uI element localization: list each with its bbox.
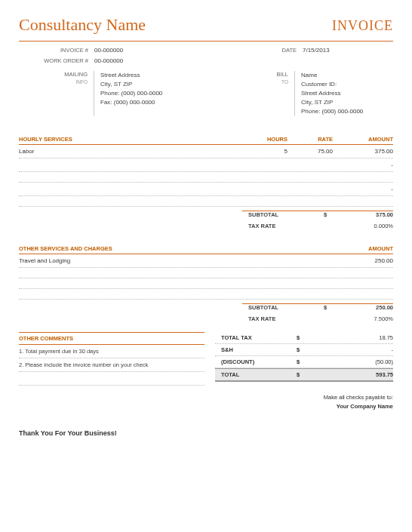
hourly-header-desc: HOURLY SERVICES <box>19 136 242 143</box>
billto-line-2: Customer ID: <box>301 80 393 89</box>
mailing-sublabel: INFO <box>75 79 88 85</box>
tax-val: 18.75 <box>306 334 393 341</box>
totals-column: TOTAL TAX $ 18.75 S&H $ - (DISCOUNT) $ (… <box>215 332 393 386</box>
other-row-4 <box>19 289 393 300</box>
hourly-header-rate: RATE <box>287 136 333 143</box>
cell-desc <box>19 199 242 203</box>
sh-label: S&H <box>215 346 291 353</box>
cell-hours <box>242 199 287 203</box>
cell-desc <box>19 292 333 296</box>
sh-val: - <box>306 346 393 353</box>
date-label: DATE <box>272 46 303 54</box>
discount-cur: $ <box>291 358 306 365</box>
totals-sh-row: S&H $ - <box>215 344 393 356</box>
totals-tax-row: TOTAL TAX $ 18.75 <box>215 332 393 344</box>
cell-rate <box>287 161 333 168</box>
meta-invoice-row: INVOICE # 00-000000 DATE 7/15/2013 <box>19 46 393 54</box>
cell-desc <box>19 281 333 285</box>
mailing-line-4: Fax: (000) 000-0000 <box>100 98 265 107</box>
cell-hours <box>242 186 287 192</box>
cell-desc <box>19 175 242 179</box>
empty <box>272 57 303 65</box>
cell-hours <box>242 175 287 179</box>
discount-label: (DISCOUNT) <box>215 358 291 365</box>
billto-label-text: BILL <box>277 71 288 78</box>
cell-amount: 250.00 <box>333 257 393 264</box>
cell-desc: Labor <box>19 148 242 155</box>
thank-you: Thank You For Your Business! <box>19 429 393 437</box>
hourly-subtotal-cur: $ <box>318 211 333 218</box>
invoice-no-label: INVOICE # <box>19 46 94 54</box>
cell-amount <box>333 271 393 275</box>
hourly-taxrate-label: TAX RATE <box>242 223 318 229</box>
hourly-section-header: HOURLY SERVICES HOURS RATE AMOUNT <box>19 133 393 145</box>
discount-val: (50.00) <box>306 358 393 365</box>
other-subtotal-block: SUBTOTAL $ 250.00 TAX RATE 7.500% <box>19 301 393 324</box>
billto-line-1: Name <box>301 71 393 80</box>
date-value: 7/15/2013 <box>303 46 393 54</box>
other-row-3 <box>19 278 393 289</box>
cell-rate <box>287 186 333 192</box>
cell-amount <box>333 199 393 203</box>
totals-final-row: TOTAL $ 593.75 <box>215 368 393 382</box>
payable-line-2: Your Company Name <box>19 402 393 411</box>
cell-amount: - <box>333 161 393 168</box>
meta-workorder-row: WORK ORDER # 00-000000 <box>19 57 393 65</box>
cell-amount <box>333 292 393 296</box>
header-rule <box>19 41 393 42</box>
empty <box>303 57 393 65</box>
cell-amount <box>333 175 393 179</box>
cell-rate <box>287 175 333 179</box>
header: Consultancy Name INVOICE <box>19 15 393 35</box>
bottom-columns: OTHER COMMENTS 1. Total payment due in 3… <box>19 332 393 386</box>
other-taxrate-label: TAX RATE <box>242 315 318 322</box>
mailing-line-2: City, ST ZIP <box>100 80 265 89</box>
mailing-label: MAILING INFO <box>19 71 94 116</box>
hourly-header-amount: AMOUNT <box>333 136 393 143</box>
cell-desc: Travel and Lodging <box>19 257 333 264</box>
mailing-body: Street Address City, ST ZIP Phone: (000)… <box>94 71 265 116</box>
totals-discount-row: (DISCOUNT) $ (50.00) <box>215 356 393 368</box>
tax-label: TOTAL TAX <box>215 334 291 341</box>
company-name: Consultancy Name <box>19 15 146 35</box>
other-taxrate-val: 7.500% <box>333 315 393 322</box>
meta-block: INVOICE # 00-000000 DATE 7/15/2013 WORK … <box>19 46 393 116</box>
workorder-label: WORK ORDER # <box>19 57 94 65</box>
other-header-amount: AMOUNT <box>333 245 393 252</box>
cell-amount <box>333 281 393 285</box>
comments-title: OTHER COMMENTS <box>19 332 204 345</box>
cell-hours: 5 <box>242 148 287 155</box>
mailing-label-text: MAILING <box>64 71 88 78</box>
invoice-title: INVOICE <box>332 18 393 34</box>
cell-rate <box>287 199 333 203</box>
other-subtotal-cur: $ <box>318 303 333 311</box>
other-subtotal-val: 250.00 <box>333 303 393 311</box>
other-row-1: Travel and Lodging 250.00 <box>19 254 393 268</box>
hourly-subtotal-val: 375.00 <box>333 211 393 218</box>
billto-line-5: Phone: (000) 000-0000 <box>301 107 393 116</box>
cell-desc <box>19 186 242 192</box>
sh-cur: $ <box>291 346 306 353</box>
total-cur: $ <box>291 371 306 378</box>
comment-1: 1. Total payment due in 30 days <box>19 345 204 358</box>
total-val: 593.75 <box>306 371 393 378</box>
billto-body: Name Customer ID: Street Address City, S… <box>295 71 393 116</box>
cell-hours <box>242 161 287 168</box>
total-label: TOTAL <box>215 371 291 378</box>
other-subtotal-label: SUBTOTAL <box>242 303 318 311</box>
comments-column: OTHER COMMENTS 1. Total payment due in 3… <box>19 332 215 386</box>
mailing-line-3: Phone: (000) 000-0000 <box>100 89 265 98</box>
billto-line-4: City, ST ZIP <box>301 98 393 107</box>
payable-block: Make all checks payable to: Your Company… <box>19 393 393 411</box>
comment-2: 2. Please include the invoice number on … <box>19 358 204 372</box>
cell-amount: - <box>333 186 393 192</box>
cell-desc <box>19 271 333 275</box>
hourly-row-1: Labor 5 75.00 375.00 <box>19 145 393 158</box>
hourly-subtotal-block: SUBTOTAL $ 375.00 TAX RATE 0.000% <box>19 208 393 232</box>
cell-desc <box>19 161 242 168</box>
hourly-row-5 <box>19 196 393 207</box>
mailing-line-1: Street Address <box>100 71 265 80</box>
hourly-subtotal-label: SUBTOTAL <box>242 211 318 218</box>
other-row-2 <box>19 268 393 278</box>
hourly-row-3 <box>19 172 393 183</box>
